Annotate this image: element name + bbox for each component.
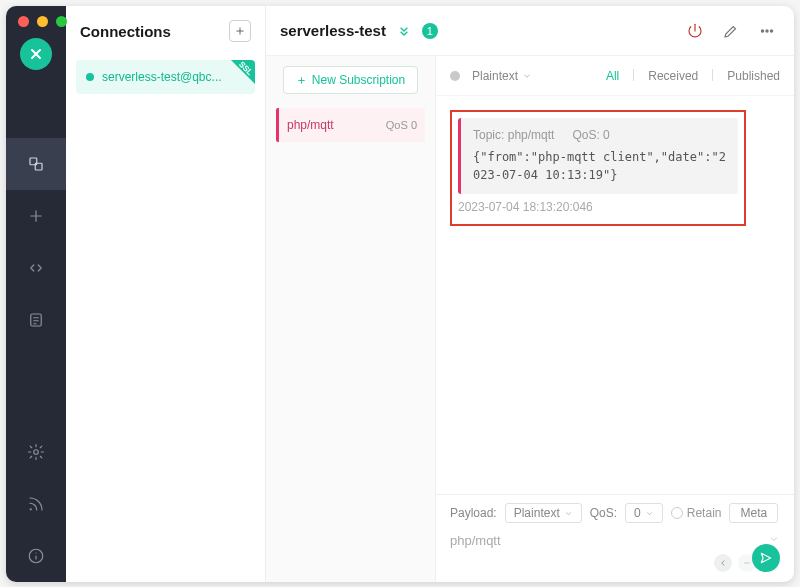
composer: Payload: Plaintext QoS: 0 Retain bbox=[436, 494, 794, 582]
nav-rail bbox=[6, 6, 66, 582]
page-title: serverless-test bbox=[280, 22, 386, 39]
retain-toggle[interactable]: Retain bbox=[671, 506, 722, 520]
svg-point-6 bbox=[761, 29, 763, 31]
connections-header: Connections bbox=[66, 6, 265, 56]
minimize-window-icon[interactable] bbox=[37, 16, 48, 27]
filter-tabs: All Received Published bbox=[606, 69, 780, 83]
svg-point-3 bbox=[34, 450, 39, 455]
subscriptions-column: New Subscription php/mqtt QoS 0 bbox=[266, 56, 436, 582]
nav-connections-icon[interactable] bbox=[6, 138, 66, 190]
svg-point-4 bbox=[30, 508, 32, 510]
subscription-qos: QoS 0 bbox=[386, 119, 417, 131]
content-row: New Subscription php/mqtt QoS 0 Plaintex… bbox=[266, 56, 794, 582]
window-traffic-lights bbox=[18, 16, 67, 27]
message-card: Topic: php/mqtt QoS: 0 {"from":"php-mqtt… bbox=[458, 118, 738, 194]
nav-settings-icon[interactable] bbox=[6, 426, 66, 478]
format-select[interactable]: Plaintext bbox=[472, 69, 532, 83]
highlight-annotation: Topic: php/mqtt QoS: 0 {"from":"php-mqtt… bbox=[450, 110, 746, 226]
message-timestamp: 2023-07-04 18:13:20:046 bbox=[458, 200, 738, 214]
qos-select[interactable]: 0 bbox=[625, 503, 663, 523]
history-prev-button[interactable] bbox=[714, 554, 732, 572]
add-connection-button[interactable] bbox=[229, 20, 251, 42]
power-disconnect-button[interactable] bbox=[682, 18, 708, 44]
connections-title: Connections bbox=[80, 23, 171, 40]
connections-panel: Connections serverless-test@qbc... SSL bbox=[66, 6, 266, 582]
status-dot-icon bbox=[86, 73, 94, 81]
qos-label: QoS: bbox=[590, 506, 617, 520]
nav-feed-icon[interactable] bbox=[6, 478, 66, 530]
message-filter-bar: Plaintext All Received Published bbox=[436, 56, 794, 96]
app-logo-icon bbox=[20, 38, 52, 70]
payload-label: Payload: bbox=[450, 506, 497, 520]
app-window: Connections serverless-test@qbc... SSL s… bbox=[6, 6, 794, 582]
svg-point-7 bbox=[766, 29, 768, 31]
send-button[interactable] bbox=[752, 544, 780, 572]
nav-script-icon[interactable] bbox=[6, 242, 66, 294]
meta-button[interactable]: Meta bbox=[729, 503, 778, 523]
composer-topic-input[interactable]: php/mqtt bbox=[450, 533, 780, 548]
close-window-icon[interactable] bbox=[18, 16, 29, 27]
connection-item[interactable]: serverless-test@qbc... SSL bbox=[76, 60, 255, 94]
nav-log-icon[interactable] bbox=[6, 294, 66, 346]
status-indicator-icon bbox=[450, 71, 460, 81]
message-count-badge: 1 bbox=[422, 23, 438, 39]
main-area: serverless-test 1 New Subscription bbox=[266, 6, 794, 582]
nav-info-icon[interactable] bbox=[6, 530, 66, 582]
edit-button[interactable] bbox=[718, 18, 744, 44]
payload-format-select[interactable]: Plaintext bbox=[505, 503, 582, 523]
radio-icon bbox=[671, 507, 683, 519]
messages-column: Plaintext All Received Published bbox=[436, 56, 794, 582]
filter-published[interactable]: Published bbox=[727, 69, 780, 83]
message-meta: Topic: php/mqtt QoS: 0 bbox=[473, 128, 726, 142]
format-label: Plaintext bbox=[472, 69, 518, 83]
nav-new-icon[interactable] bbox=[6, 190, 66, 242]
new-subscription-button[interactable]: New Subscription bbox=[283, 66, 418, 94]
filter-all[interactable]: All bbox=[606, 69, 619, 83]
ssl-badge: SSL bbox=[221, 60, 255, 94]
subscription-item[interactable]: php/mqtt QoS 0 bbox=[276, 108, 425, 142]
expand-chevron-icon[interactable] bbox=[396, 23, 412, 39]
history-pager bbox=[450, 554, 780, 572]
message-body: {"from":"php-mqtt client","date":"2023-0… bbox=[473, 148, 726, 184]
connection-name: serverless-test@qbc... bbox=[102, 70, 222, 84]
top-bar: serverless-test 1 bbox=[266, 6, 794, 56]
svg-point-8 bbox=[770, 29, 772, 31]
messages-scroll[interactable]: Topic: php/mqtt QoS: 0 {"from":"php-mqtt… bbox=[436, 96, 794, 494]
filter-received[interactable]: Received bbox=[648, 69, 698, 83]
more-menu-button[interactable] bbox=[754, 18, 780, 44]
fullscreen-window-icon[interactable] bbox=[56, 16, 67, 27]
subscription-topic: php/mqtt bbox=[287, 118, 334, 132]
new-subscription-label: New Subscription bbox=[312, 73, 405, 87]
